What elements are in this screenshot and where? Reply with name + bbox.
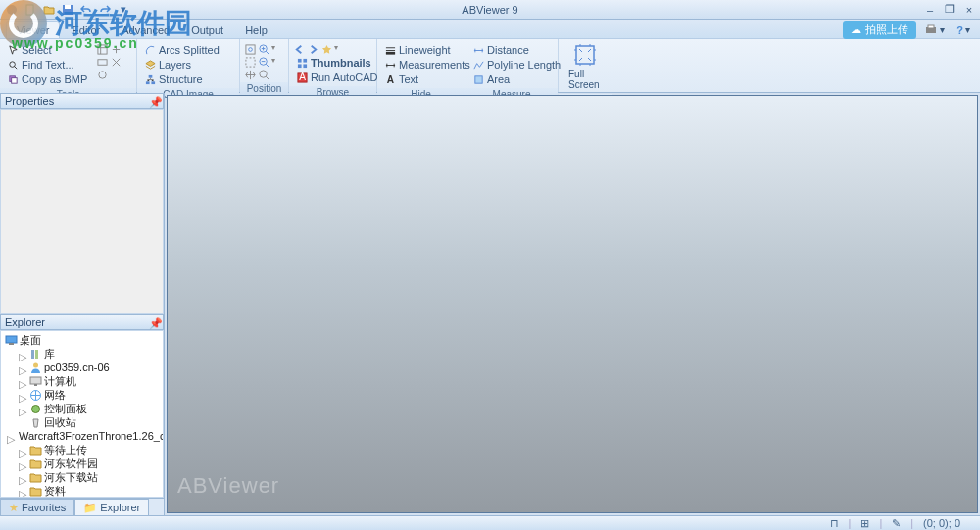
svg-rect-8 (11, 77, 17, 83)
svg-rect-13 (145, 81, 149, 84)
status-icon-3[interactable]: ✎ (892, 517, 901, 530)
arcs-splitted[interactable]: Arcs Splitted (141, 43, 222, 57)
tool-icon-3[interactable] (96, 69, 108, 80)
tree-item[interactable]: ▷库 (3, 347, 161, 361)
layers-button[interactable]: Layers (141, 58, 222, 72)
tree-item[interactable]: ▷pc0359.cn-06 (3, 361, 161, 374)
qat-dropdown-icon[interactable]: ▾ (116, 2, 131, 18)
expand-icon[interactable]: ▷ (19, 446, 27, 455)
zoom-window-icon[interactable] (244, 56, 256, 68)
tree-item[interactable]: ▷河东软件园 (3, 457, 161, 470)
tab-output[interactable]: Output (181, 22, 233, 38)
status-icon-2[interactable]: ⊞ (860, 517, 869, 530)
open-icon[interactable] (41, 2, 57, 18)
left-bottom-tabs: ★Favorites 📁Explorer (0, 498, 164, 515)
polyline-length-button[interactable]: Polyline Length (469, 58, 564, 72)
undo-icon[interactable] (78, 2, 94, 18)
expand-icon[interactable]: ▷ (7, 432, 15, 441)
computer-icon (29, 375, 42, 388)
tool-icon-1[interactable] (96, 43, 108, 55)
tree-item[interactable]: ▷河东下载站 (3, 470, 161, 484)
svg-rect-35 (30, 377, 41, 384)
lineweight-button[interactable]: Lineweight (381, 43, 473, 57)
svg-rect-9 (98, 44, 107, 53)
prev-icon[interactable] (293, 43, 305, 55)
status-icon-1[interactable]: ⊓ (830, 517, 839, 530)
tab-explorer[interactable]: 📁Explorer (74, 499, 149, 515)
zoom-dropdown-icon[interactable]: ▾ (271, 43, 275, 55)
main-area: Properties 📌 Explorer 📌 桌面 ▷库 ▷pc0359.cn… (0, 93, 980, 515)
tree-root-desktop[interactable]: 桌面 (3, 333, 161, 347)
favorite-icon[interactable] (320, 43, 332, 55)
svg-rect-22 (303, 58, 307, 62)
drawing-canvas[interactable]: ABViewer (167, 95, 978, 513)
expand-icon[interactable]: ▷ (19, 391, 27, 400)
tree-item[interactable]: ▷等待上传 (3, 443, 161, 457)
expand-icon[interactable]: ▷ (19, 459, 27, 468)
close-button[interactable]: × (962, 3, 976, 17)
ribbon-group-position: ▾ ▾ Position (240, 39, 289, 92)
svg-rect-23 (297, 64, 301, 68)
select-tool[interactable]: Select (4, 43, 90, 57)
redo-icon[interactable] (97, 2, 113, 18)
ribbon-body: Select Find Text... Copy as BMP Tools Ar… (0, 39, 980, 93)
pin-icon[interactable]: 📌 (149, 96, 159, 106)
structure-button[interactable]: Structure (141, 72, 222, 86)
left-panel: Properties 📌 Explorer 📌 桌面 ▷库 ▷pc0359.cn… (0, 93, 165, 515)
zoom-in-icon[interactable] (258, 43, 270, 55)
properties-panel-header[interactable]: Properties 📌 (0, 93, 164, 109)
app-menu-icon[interactable] (4, 2, 20, 18)
svg-rect-1 (26, 5, 33, 15)
pin-icon[interactable]: 📌 (149, 317, 159, 327)
expand-icon[interactable]: ▷ (19, 487, 27, 496)
expand-icon[interactable]: ▷ (19, 405, 27, 413)
print-dropdown[interactable]: ▾ (920, 23, 949, 38)
folder-icon (29, 485, 42, 498)
save-icon[interactable] (60, 2, 75, 18)
minimize-button[interactable]: – (923, 3, 937, 17)
expand-icon[interactable]: ▷ (19, 473, 27, 482)
help-dropdown[interactable]: ?▾ (953, 23, 974, 38)
tree-item[interactable]: ▷Warcraft3FrozenThrone1.26_chs (3, 429, 161, 443)
tree-item[interactable]: ▷资料 (3, 484, 161, 498)
zoom-fit-icon[interactable] (244, 43, 256, 55)
thumbnails-button[interactable]: Thumbnails (293, 56, 380, 70)
copy-bmp-tool[interactable]: Copy as BMP (4, 72, 90, 86)
tab-viewer[interactable]: Viewer (6, 21, 60, 38)
upload-photo-button[interactable]: ☁ 拍照上传 (843, 21, 916, 39)
zoom-out-icon[interactable] (258, 56, 270, 68)
tree-item[interactable]: ▷控制面板 (3, 402, 161, 415)
restore-button[interactable]: ❐ (943, 3, 956, 17)
run-autocad-button[interactable]: ARun AutoCAD (293, 71, 380, 84)
browse-dropdown-icon[interactable]: ▾ (334, 43, 338, 55)
zoom-dropdown-icon-2[interactable]: ▾ (271, 56, 275, 68)
tab-editor[interactable]: Editor (62, 22, 110, 38)
next-icon[interactable] (307, 43, 318, 55)
expand-icon[interactable]: ▷ (19, 350, 27, 359)
quick-access-toolbar: ▾ (0, 2, 131, 18)
fullscreen-button[interactable]: Full Screen (563, 41, 608, 92)
svg-rect-10 (98, 59, 107, 65)
tree-item[interactable]: ▷计算机 (3, 374, 161, 388)
zoom-prev-icon[interactable] (258, 69, 270, 80)
pan-icon[interactable] (244, 69, 256, 80)
tab-advanced[interactable]: Advanced (112, 22, 179, 38)
svg-rect-31 (9, 343, 14, 345)
explorer-panel-header[interactable]: Explorer 📌 (0, 314, 164, 330)
tree-item[interactable]: ▷回收站 (3, 415, 161, 429)
expand-icon[interactable]: ▷ (19, 377, 27, 386)
tab-help[interactable]: Help (235, 22, 277, 38)
tool-icon-5[interactable] (110, 56, 122, 68)
area-button[interactable]: Area (469, 72, 564, 86)
tab-favorites[interactable]: ★Favorites (0, 499, 74, 515)
svg-text:A: A (386, 74, 394, 85)
tree-item[interactable]: ▷网络 (3, 388, 161, 402)
tool-icon-2[interactable] (96, 56, 108, 68)
tool-icon-4[interactable] (110, 43, 122, 55)
find-text-tool[interactable]: Find Text... (4, 58, 90, 72)
distance-button[interactable]: Distance (469, 43, 564, 57)
text-button[interactable]: AText (381, 72, 473, 86)
new-icon[interactable] (23, 2, 38, 18)
expand-icon[interactable]: ▷ (19, 363, 27, 372)
measurements-button[interactable]: Measurements (381, 58, 473, 72)
